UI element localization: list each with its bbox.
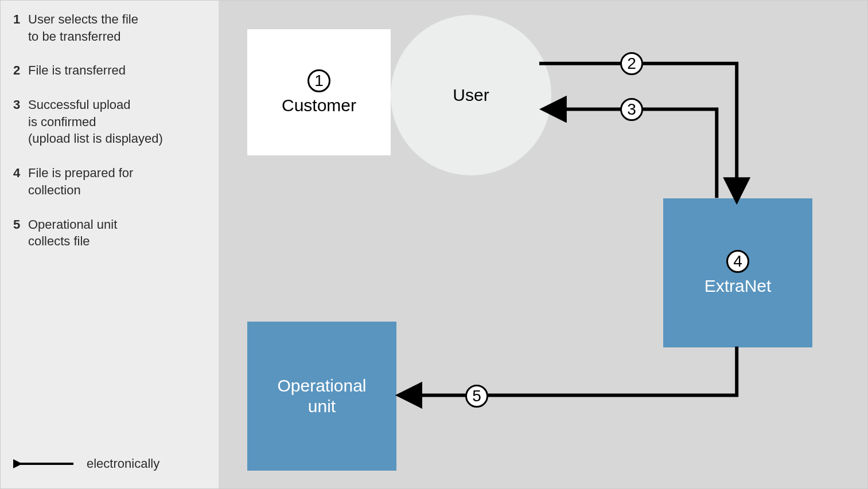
legend-text: User selects the file to be transferred [28, 11, 138, 45]
legend-number: 5 [13, 216, 28, 250]
node-customer-label: Customer [282, 96, 356, 115]
legend-text: Successful upload is confirmed (upload l… [28, 96, 163, 147]
badge-4: 4 [726, 250, 749, 273]
badge-3: 3 [620, 98, 643, 121]
legend-number: 2 [13, 62, 28, 79]
legend-number: 3 [13, 96, 28, 147]
node-user: User [391, 15, 551, 175]
node-operational: Operational unit [247, 322, 396, 471]
node-extranet: 4 ExtraNet [663, 198, 812, 347]
node-operational-label: Operational unit [277, 375, 366, 417]
legend-number: 1 [13, 11, 28, 45]
legend-text: Operational unit collects file [28, 216, 117, 250]
badge-2: 2 [620, 52, 643, 75]
diagram-panel: 1 Customer User 4 ExtraNet Operational u… [219, 1, 867, 488]
legend-panel: 1 User selects the file to be transferre… [1, 1, 219, 488]
legend-item-3: 3 Successful upload is confirmed (upload… [13, 96, 207, 147]
node-user-label: User [453, 85, 489, 105]
badge-1: 1 [308, 69, 330, 92]
node-extranet-label: ExtraNet [704, 276, 772, 296]
legend-text: File is prepared for collection [28, 165, 133, 198]
node-customer: 1 Customer [247, 29, 391, 155]
badge-5: 5 [465, 385, 488, 408]
arrow-left-icon [13, 458, 76, 470]
legend-text: File is transferred [28, 62, 126, 79]
legend-item-4: 4 File is prepared for collection [13, 165, 207, 198]
legend-footer: electronically [13, 455, 159, 472]
legend-item-5: 5 Operational unit collects file [13, 216, 207, 250]
legend-number: 4 [13, 165, 28, 198]
root: 1 User selects the file to be transferre… [0, 0, 868, 489]
legend-footer-label: electronically [87, 455, 159, 472]
legend-item-1: 1 User selects the file to be transferre… [13, 11, 207, 45]
legend-item-2: 2 File is transferred [13, 62, 207, 79]
